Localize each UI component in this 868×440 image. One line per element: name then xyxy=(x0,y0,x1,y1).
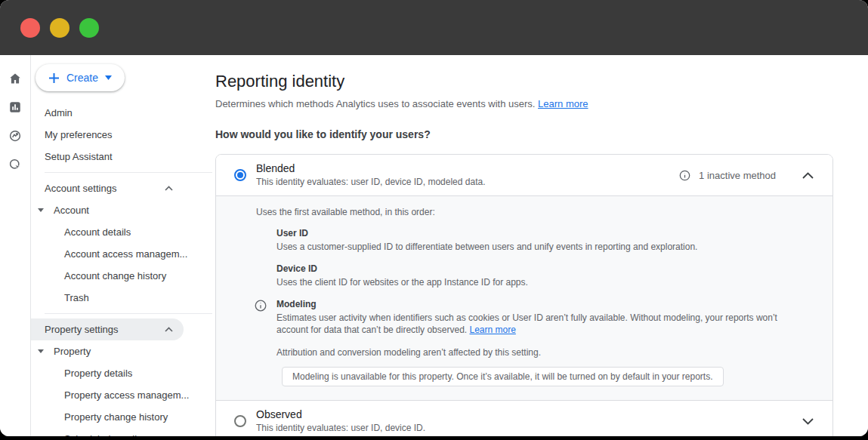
tree-label: Property xyxy=(54,346,91,357)
section-label: Account settings xyxy=(45,183,116,194)
caret-down-icon xyxy=(105,75,112,80)
blended-label: Blended xyxy=(256,162,679,175)
sidebar-item-account-details[interactable]: Account details xyxy=(31,221,215,243)
sidebar-divider xyxy=(45,172,212,173)
blended-details-panel: Uses the first available method, in this… xyxy=(216,195,832,400)
details-intro: Uses the first available method, in this… xyxy=(256,207,814,217)
page-title: Reporting identity xyxy=(215,72,833,91)
modeling-description-text: Estimates user activity when identifiers… xyxy=(276,312,777,335)
sidebar-item-my-preferences[interactable]: My preferences xyxy=(31,124,215,146)
learn-more-link[interactable]: Learn more xyxy=(538,98,588,109)
nav-rail xyxy=(0,55,31,436)
sidebar-item-setup-assistant[interactable]: Setup Assistant xyxy=(31,146,215,168)
observed-option-text: Observed This identity evaluates: user I… xyxy=(256,408,784,434)
identity-options-card: Blended This identity evaluates: user ID… xyxy=(215,154,833,436)
subtitle-text: Determines which methods Analytics uses … xyxy=(215,98,535,109)
info-icon xyxy=(255,300,267,315)
sidebar-section-property-settings[interactable]: Property settings xyxy=(31,318,184,340)
sidebar-divider xyxy=(45,313,212,314)
method-device-id: Device ID Uses the client ID for website… xyxy=(276,263,814,288)
explore-icon[interactable] xyxy=(8,129,22,143)
plus-icon xyxy=(48,72,60,84)
create-button[interactable]: Create xyxy=(36,64,125,91)
sidebar-item-property-details[interactable]: Property details xyxy=(31,362,215,384)
modeling-note: Attribution and conversion modeling aren… xyxy=(276,347,814,358)
tree-label: Account xyxy=(54,205,89,216)
observed-row-right xyxy=(784,414,817,429)
sidebar-item-scheduled-emails[interactable]: Scheduled emails xyxy=(31,428,215,436)
app-body: Create Admin My preferences Setup Assist… xyxy=(0,55,868,436)
sidebar-item-trash[interactable]: Trash xyxy=(31,287,215,309)
sidebar-item-admin[interactable]: Admin xyxy=(31,102,215,124)
app-window: Create Admin My preferences Setup Assist… xyxy=(0,0,868,436)
sidebar-item-account-access-management[interactable]: Account access managem... xyxy=(31,243,215,265)
sidebar-item-property-change-history[interactable]: Property change history xyxy=(31,406,215,428)
blended-option-row[interactable]: Blended This identity evaluates: user ID… xyxy=(216,155,832,195)
sidebar-item-property-access-management[interactable]: Property access managem... xyxy=(31,384,215,406)
info-icon xyxy=(679,170,690,181)
method-description: Uses the client ID for websites or the a… xyxy=(276,276,787,288)
caret-down-icon xyxy=(38,208,44,212)
admin-sidebar: Create Admin My preferences Setup Assist… xyxy=(31,55,215,436)
create-button-label: Create xyxy=(66,72,98,84)
chevron-up-icon xyxy=(165,186,173,191)
observed-option-row[interactable]: Observed This identity evaluates: user I… xyxy=(216,400,832,436)
expand-observed-button[interactable] xyxy=(802,414,817,429)
collapse-blended-button[interactable] xyxy=(802,168,817,183)
inactive-method-badge: 1 inactive method xyxy=(699,170,776,181)
blended-radio[interactable] xyxy=(234,169,246,181)
main-content: Reporting identity Determines which meth… xyxy=(215,55,868,436)
section-label: Property settings xyxy=(45,324,119,335)
method-name: Device ID xyxy=(276,263,814,274)
sidebar-section-account-settings[interactable]: Account settings xyxy=(31,177,184,199)
identity-question: How would you like to identify your user… xyxy=(215,128,833,140)
sidebar-tree-account[interactable]: Account xyxy=(31,199,215,221)
home-icon[interactable] xyxy=(8,72,22,85)
caret-down-icon xyxy=(38,349,44,353)
method-description: Uses a customer-supplied ID to different… xyxy=(276,241,787,253)
observed-radio[interactable] xyxy=(234,415,246,427)
blended-row-right: 1 inactive method xyxy=(679,168,817,183)
advertising-icon[interactable] xyxy=(8,158,22,171)
modeling-description: Estimates user activity when identifiers… xyxy=(276,312,787,336)
chevron-down-icon xyxy=(802,418,814,425)
blended-description: This identity evaluates: user ID, device… xyxy=(256,177,679,188)
method-user-id: User ID Uses a customer-supplied ID to d… xyxy=(276,228,814,253)
observed-description: This identity evaluates: user ID, device… xyxy=(256,423,784,434)
reports-icon[interactable] xyxy=(8,100,22,114)
sidebar-item-account-change-history[interactable]: Account change history xyxy=(31,265,215,287)
learn-more-link[interactable]: Learn more xyxy=(470,325,516,335)
minimize-window-button[interactable] xyxy=(50,18,70,38)
zoom-window-button[interactable] xyxy=(79,18,99,38)
chevron-up-icon xyxy=(165,327,173,332)
close-window-button[interactable] xyxy=(20,18,40,38)
modeling-unavailable-notice: Modeling is unavailable for this propert… xyxy=(282,367,724,386)
method-name: Modeling xyxy=(276,299,814,309)
method-modeling: Modeling Estimates user activity when id… xyxy=(276,299,814,386)
sidebar-tree-property[interactable]: Property xyxy=(31,340,215,362)
chevron-up-icon xyxy=(802,172,814,179)
page-subtitle: Determines which methods Analytics uses … xyxy=(215,97,833,111)
observed-label: Observed xyxy=(256,408,784,421)
method-name: User ID xyxy=(276,228,814,238)
window-titlebar xyxy=(0,0,868,55)
blended-option-text: Blended This identity evaluates: user ID… xyxy=(256,162,679,188)
